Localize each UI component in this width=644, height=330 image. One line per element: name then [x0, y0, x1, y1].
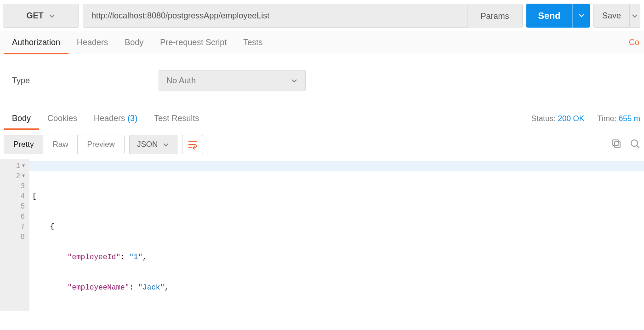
response-status-box: Status: 200 OK Time: 655 m: [531, 114, 640, 123]
status-value: 200 OK: [558, 114, 584, 123]
line-gutter: 1▼ 2▼ 3 4 5 6 7 8: [0, 159, 29, 311]
chevron-down-icon: [48, 12, 56, 19]
time-value: 655 m: [619, 114, 640, 123]
url-field-group: Params: [83, 4, 523, 28]
fold-icon[interactable]: ▼: [22, 171, 25, 181]
wrap-icon: [188, 139, 198, 150]
request-tabs: Authorization Headers Body Pre-request S…: [0, 31, 644, 54]
tab-headers[interactable]: Headers: [68, 31, 116, 54]
params-button[interactable]: Params: [467, 4, 522, 28]
chevron-down-icon: [578, 12, 585, 19]
http-method-select[interactable]: GET: [3, 4, 79, 28]
auth-type-value: No Auth: [166, 76, 196, 86]
svg-rect-0: [615, 142, 620, 147]
headers-count: (3): [127, 114, 137, 123]
tab-pre-request-script[interactable]: Pre-request Script: [152, 31, 235, 54]
send-button[interactable]: Send: [526, 4, 572, 28]
chevron-down-icon: [631, 12, 638, 19]
response-toolbar: Pretty Raw Preview JSON: [0, 130, 644, 159]
resp-tab-test-results[interactable]: Test Results: [146, 107, 207, 130]
view-preview-button[interactable]: Preview: [78, 135, 124, 154]
status-label: Status:: [531, 114, 556, 123]
response-tabs: Body Cookies Headers (3) Test Results St…: [0, 107, 644, 130]
status-block: Status: 200 OK: [531, 114, 584, 123]
svg-rect-1: [613, 140, 618, 145]
response-editor[interactable]: [ { "employeeId": "1", "employeeName": "…: [29, 159, 644, 311]
chevron-down-icon: [291, 77, 298, 84]
svg-line-3: [637, 145, 639, 148]
response-format-label: JSON: [137, 140, 158, 149]
chevron-down-icon: [162, 141, 170, 148]
view-mode-segment: Pretty Raw Preview: [4, 135, 125, 154]
auth-type-select[interactable]: No Auth: [159, 70, 306, 91]
wrap-lines-button[interactable]: [182, 135, 203, 154]
resp-tab-cookies[interactable]: Cookies: [39, 107, 85, 130]
copy-icon[interactable]: [611, 138, 622, 151]
tab-body[interactable]: Body: [116, 31, 152, 54]
view-pretty-button[interactable]: Pretty: [4, 135, 43, 154]
fold-icon[interactable]: ▼: [22, 161, 25, 171]
tab-authorization[interactable]: Authorization: [4, 31, 68, 54]
view-raw-button[interactable]: Raw: [43, 135, 78, 154]
resp-tab-body[interactable]: Body: [4, 107, 39, 130]
tab-tests[interactable]: Tests: [235, 31, 271, 54]
resp-tab-headers-label: Headers: [94, 114, 125, 123]
http-method-label: GET: [26, 11, 43, 21]
resp-tab-headers[interactable]: Headers (3): [85, 107, 146, 130]
time-label: Time:: [597, 114, 616, 123]
response-body-viewer: 1▼ 2▼ 3 4 5 6 7 8 [ { "employeeId": "1",…: [0, 159, 644, 311]
authorization-pane: Type No Auth: [0, 54, 644, 107]
save-button[interactable]: Save: [593, 4, 629, 28]
code-link[interactable]: Co: [629, 38, 639, 47]
auth-type-label: Type: [12, 76, 30, 86]
response-format-select[interactable]: JSON: [129, 135, 177, 154]
save-dropdown-button[interactable]: [629, 4, 640, 28]
time-block: Time: 655 m: [597, 114, 640, 123]
request-bar: GET Params Send Save: [0, 0, 644, 31]
search-icon[interactable]: [629, 138, 640, 151]
send-dropdown-button[interactable]: [572, 4, 590, 28]
request-url-input[interactable]: [83, 4, 467, 27]
svg-point-2: [631, 140, 638, 146]
